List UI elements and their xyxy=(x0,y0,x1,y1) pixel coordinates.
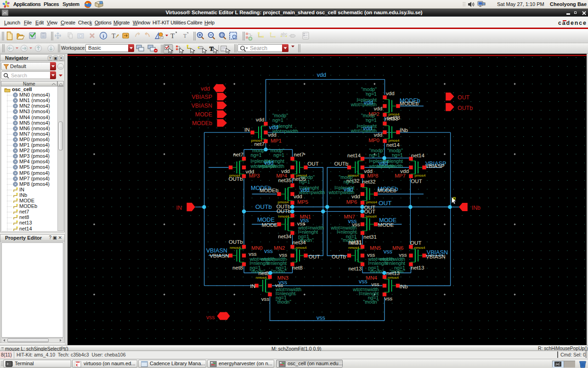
svg-text:nmos4: nmos4 xyxy=(366,214,377,218)
svg-text:net14: net14 xyxy=(386,142,400,148)
svg-text:MODEb: MODEb xyxy=(192,120,212,126)
svg-text:vss: vss xyxy=(300,217,309,224)
svg-text:T: T xyxy=(183,33,187,39)
svg-text:vss: vss xyxy=(261,296,270,302)
svg-text:OUT: OUT xyxy=(410,240,421,246)
svg-text:ng=1: ng=1 xyxy=(272,117,283,123)
svg-text:net14: net14 xyxy=(347,152,361,158)
svg-text:OUT: OUT xyxy=(379,200,392,207)
svg-text:vdd: vdd xyxy=(269,124,278,131)
svg-text:net7: net7 xyxy=(254,141,265,147)
svg-text:vss: vss xyxy=(206,314,215,321)
svg-text:nmos4: nmos4 xyxy=(388,276,399,280)
svg-text:vss: vss xyxy=(399,252,407,258)
svg-text:nmos4: nmos4 xyxy=(230,246,241,250)
svg-text:MN4: MN4 xyxy=(366,275,378,281)
svg-text:vss: vss xyxy=(384,295,393,301)
svg-text:MN5: MN5 xyxy=(370,245,381,251)
svg-text:OUTb: OUTb xyxy=(229,239,243,245)
svg-text:vss: vss xyxy=(359,278,368,285)
svg-text:OUT: OUT xyxy=(309,253,320,259)
svg-text:pmos4: pmos4 xyxy=(415,173,426,178)
svg-text:OUTb: OUTb xyxy=(334,161,348,167)
svg-text:vss: vss xyxy=(367,252,375,258)
svg-text:MP6: MP6 xyxy=(346,199,357,205)
svg-text:ng=1: ng=1 xyxy=(369,152,380,158)
svg-text:vss: vss xyxy=(317,315,325,321)
svg-text:nmos4: nmos4 xyxy=(255,276,267,280)
svg-text:vdd: vdd xyxy=(300,187,310,193)
svg-text:IN: IN xyxy=(244,126,250,132)
svg-text:INb: INb xyxy=(399,283,407,289)
svg-text:vss: vss xyxy=(279,252,288,258)
svg-text:vdd: vdd xyxy=(317,72,326,78)
svg-text:net34: net34 xyxy=(278,233,292,239)
svg-text:OUTb: OUTb xyxy=(228,176,243,182)
svg-text:net35: net35 xyxy=(278,177,292,183)
svg-text:vdd: vdd xyxy=(294,193,302,199)
svg-text:vdd: vdd xyxy=(246,168,254,174)
svg-text:VBIASN: VBIASN xyxy=(192,103,212,109)
svg-text:vss: vss xyxy=(348,218,357,224)
svg-text:vss: vss xyxy=(278,279,287,286)
svg-text:OUT: OUT xyxy=(458,94,470,101)
svg-text:T: T xyxy=(112,33,116,40)
svg-text:vdd: vdd xyxy=(364,99,373,106)
svg-text:VBIASN: VBIASN xyxy=(206,247,227,254)
svg-text:i: i xyxy=(102,33,104,39)
svg-text:"modn": "modn" xyxy=(363,299,379,305)
svg-text:net8: net8 xyxy=(292,264,303,270)
svg-text:MODE: MODE xyxy=(378,222,394,228)
svg-text:abc: abc xyxy=(281,32,288,36)
svg-text:net34: net34 xyxy=(293,239,306,245)
svg-text:VBIASN: VBIASN xyxy=(426,253,446,259)
svg-text:vss: vss xyxy=(249,251,257,257)
svg-text:vdd: vdd xyxy=(386,90,395,96)
svg-text:OUTb: OUTb xyxy=(458,105,473,111)
svg-text:net13: net13 xyxy=(411,264,424,270)
svg-text:net14: net14 xyxy=(411,152,425,158)
svg-text:MN0: MN0 xyxy=(251,245,262,251)
svg-text:net31: net31 xyxy=(363,234,377,240)
svg-text:vdd: vdd xyxy=(201,86,210,92)
svg-text:net7: net7 xyxy=(233,151,243,157)
svg-text:OUT: OUT xyxy=(307,161,318,167)
svg-text:ng=1: ng=1 xyxy=(344,179,355,184)
svg-text:vdd: vdd xyxy=(281,168,290,174)
svg-text:MODEb: MODEb xyxy=(378,187,396,193)
svg-text:T: T xyxy=(209,45,214,52)
svg-text:ng=1: ng=1 xyxy=(251,152,262,158)
svg-text:OUT: OUT xyxy=(364,208,375,214)
svg-text:net7: net7 xyxy=(294,151,305,157)
svg-text:OUTb: OUTb xyxy=(332,253,346,259)
svg-text:pmos4: pmos4 xyxy=(366,200,378,204)
svg-text:OUTb: OUTb xyxy=(277,208,291,214)
svg-text:vdd: vdd xyxy=(364,168,373,174)
svg-text:vss: vss xyxy=(264,248,273,254)
svg-text:vdd: vdd xyxy=(374,132,383,138)
svg-text:vss: vss xyxy=(384,248,392,255)
svg-text:INb: INb xyxy=(472,205,481,211)
svg-text:MODE: MODE xyxy=(195,111,212,118)
svg-text:MODEb: MODEb xyxy=(400,100,418,106)
svg-text:ng=1: ng=1 xyxy=(273,152,284,158)
svg-text:MODE: MODE xyxy=(262,222,278,228)
svg-text:net8: net8 xyxy=(232,264,243,270)
svg-text:MN2: MN2 xyxy=(274,245,285,251)
svg-text:vdd: vdd xyxy=(351,193,360,199)
svg-text:"modn": "modn" xyxy=(368,269,384,274)
svg-text:vdd: vdd xyxy=(400,168,409,174)
svg-text:ng=1: ng=1 xyxy=(366,117,377,123)
svg-text:vdd: vdd xyxy=(363,125,372,132)
svg-text:MN6: MN6 xyxy=(392,245,403,251)
svg-text:vdd: vdd xyxy=(256,116,265,122)
svg-text:IN: IN xyxy=(176,205,182,211)
svg-text:net33: net33 xyxy=(387,115,400,121)
svg-text:OUT: OUT xyxy=(411,178,422,184)
svg-text:VBIASP: VBIASP xyxy=(192,94,212,100)
svg-text:"modn": "modn" xyxy=(276,299,291,305)
svg-text:ng=1: ng=1 xyxy=(392,152,403,158)
svg-text:INb: INb xyxy=(400,127,408,133)
svg-text:net31: net31 xyxy=(348,239,362,245)
svg-text:OUTb: OUTb xyxy=(255,203,272,210)
